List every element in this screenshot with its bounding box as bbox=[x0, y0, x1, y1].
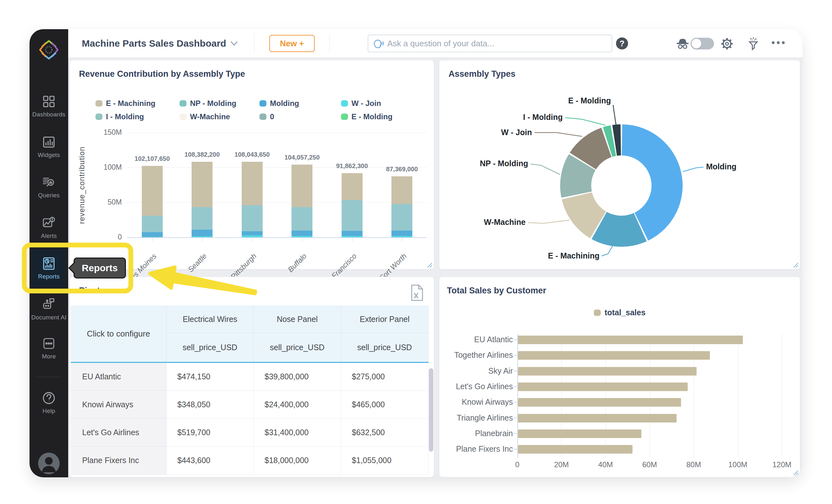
legend-swatch bbox=[341, 113, 348, 120]
legend-swatch bbox=[341, 100, 348, 107]
pivot-cell: $1,055,000 bbox=[341, 447, 428, 475]
bar-segment-imolding[interactable] bbox=[191, 207, 212, 229]
bar-value-label: 108,043,650 bbox=[227, 151, 278, 158]
bar-san-francisco[interactable] bbox=[342, 173, 363, 237]
resize-handle-icon[interactable] bbox=[793, 470, 798, 475]
bar-segment-wjoin[interactable] bbox=[242, 235, 263, 237]
sidebar-item-label: Widgets bbox=[38, 152, 60, 159]
toggle-switch[interactable] bbox=[691, 38, 714, 50]
filter-icon[interactable] bbox=[746, 37, 760, 51]
bar-segment-wjoin[interactable] bbox=[291, 236, 312, 237]
sidebar: DashboardsWidgetsQueriesAlertsReportsDoc… bbox=[29, 29, 68, 477]
bar-segment-molding[interactable] bbox=[342, 231, 363, 236]
sidebar-item-more[interactable]: More bbox=[29, 336, 68, 360]
bar-segment-molding[interactable] bbox=[191, 230, 212, 236]
bar-segment-imolding[interactable] bbox=[342, 200, 363, 231]
bar-segment-molding[interactable] bbox=[391, 231, 412, 236]
bar-segment-wjoin[interactable] bbox=[342, 236, 363, 237]
incognito-presentation-icon[interactable] bbox=[676, 37, 690, 51]
avatar[interactable] bbox=[38, 453, 60, 474]
x-tick bbox=[252, 238, 253, 241]
sidebar-item-queries[interactable]: Queries bbox=[29, 175, 68, 199]
bar-segment-imolding[interactable] bbox=[291, 207, 312, 231]
legend-item[interactable]: I - Molding bbox=[96, 112, 180, 121]
dashboard-title-menu[interactable]: Machine Parts Sales Dashboard bbox=[82, 29, 238, 58]
sidebar-item-help[interactable]: Help bbox=[29, 391, 68, 415]
pivot-cell: $39,800,000 bbox=[254, 363, 341, 391]
gridline bbox=[127, 202, 427, 203]
bar-fort-worth[interactable] bbox=[391, 176, 412, 237]
hbar-triangle-airlines[interactable] bbox=[518, 414, 677, 423]
category-label: Planebrain bbox=[439, 429, 513, 438]
legend-item[interactable]: Molding bbox=[259, 99, 341, 108]
sidebar-item-widgets[interactable]: Widgets bbox=[29, 135, 68, 159]
search-input[interactable] bbox=[387, 39, 612, 49]
y-axis-label: revenue_contribution bbox=[77, 144, 86, 227]
gear-icon[interactable] bbox=[720, 37, 734, 51]
bar-segment-imolding[interactable] bbox=[242, 205, 263, 232]
bar-segment-wjoin[interactable] bbox=[191, 236, 212, 237]
hbar-planebrain[interactable] bbox=[518, 429, 641, 438]
bar-buffalo[interactable] bbox=[291, 165, 312, 237]
hbar-plane-fixers-inc[interactable] bbox=[518, 445, 632, 454]
bar-segment-emachining[interactable] bbox=[191, 162, 212, 207]
widget-assembly-types: Assembly Types MoldingE - MachiningW-Mac… bbox=[439, 60, 800, 270]
sidebar-item-dashboards[interactable]: Dashboards bbox=[29, 94, 68, 118]
bar-des-moines[interactable] bbox=[142, 166, 163, 237]
help-badge[interactable]: ? bbox=[616, 37, 628, 50]
bar-segment-wjoin[interactable] bbox=[391, 236, 412, 237]
sidebar-item-alerts[interactable]: Alerts bbox=[29, 216, 68, 239]
bar-segment-emachining[interactable] bbox=[391, 176, 412, 204]
pivot-configure-cell[interactable]: Click to configure bbox=[71, 306, 166, 362]
x-tick-label: 120M bbox=[768, 460, 796, 469]
export-excel-icon[interactable] bbox=[410, 285, 424, 301]
scrollbar-thumb[interactable] bbox=[429, 368, 433, 452]
bar-segment-molding[interactable] bbox=[142, 232, 163, 237]
sidebar-item-reports[interactable]: Reports bbox=[32, 249, 66, 287]
legend-label: I - Molding bbox=[106, 112, 144, 121]
legend-item[interactable]: W-Machine bbox=[180, 112, 259, 121]
more-options-icon[interactable] bbox=[772, 41, 785, 44]
category-label: Together Airlines bbox=[439, 350, 513, 360]
legend-label: Molding bbox=[270, 99, 299, 108]
resize-handle-icon[interactable] bbox=[793, 262, 798, 268]
x-axis-line bbox=[127, 237, 427, 238]
legend-label: NP - Molding bbox=[190, 99, 236, 108]
legend-label: W-Machine bbox=[190, 112, 230, 121]
legend-item[interactable]: W - Join bbox=[341, 99, 417, 108]
legend-item[interactable]: E - Molding bbox=[341, 112, 417, 121]
sidebar-item-document-ai[interactable]: Document AI bbox=[29, 297, 68, 321]
widget-revenue-contribution: Revenue Contribution by Assembly Type E … bbox=[70, 60, 434, 270]
bar-segment-emachining[interactable] bbox=[142, 166, 163, 216]
legend-item[interactable]: NP - Molding bbox=[180, 99, 259, 108]
donut-leader-line bbox=[565, 118, 605, 125]
donut-leader-line bbox=[613, 105, 616, 125]
hbar-together-airlines[interactable] bbox=[518, 351, 710, 360]
hbar-knowi-airways[interactable] bbox=[518, 398, 681, 407]
resize-handle-icon[interactable] bbox=[426, 262, 432, 268]
hbar-let-s-go-airlines[interactable] bbox=[518, 382, 688, 391]
bar-segment-emachining[interactable] bbox=[291, 165, 312, 207]
x-tick bbox=[352, 238, 353, 241]
bar-segment-imolding[interactable] bbox=[142, 216, 163, 232]
new-button[interactable]: New + bbox=[269, 35, 315, 52]
bar-segment-emachining[interactable] bbox=[242, 162, 263, 205]
bar-seattle[interactable] bbox=[191, 162, 212, 237]
bar-segment-emachining[interactable] bbox=[342, 173, 363, 201]
category-label: Triangle Airlines bbox=[439, 413, 513, 423]
topbar-divider bbox=[254, 34, 254, 53]
hbar-eu-atlantic[interactable] bbox=[518, 336, 743, 344]
bar-segment-wjoin[interactable] bbox=[142, 237, 163, 237]
knowi-logo-icon[interactable] bbox=[35, 36, 62, 63]
legend-label: total_sales bbox=[604, 308, 646, 317]
bar-segment-imolding[interactable] bbox=[391, 204, 412, 231]
bar-pittsburgh[interactable] bbox=[242, 162, 263, 237]
pivot-row-name: EU Atlantic bbox=[71, 363, 166, 391]
hbar-sky-air[interactable] bbox=[518, 367, 697, 375]
legend-item[interactable]: 0 bbox=[259, 112, 341, 121]
bar-segment-molding[interactable] bbox=[291, 231, 312, 236]
bar-segment-molding[interactable] bbox=[242, 231, 263, 235]
hbar-legend[interactable]: total_sales bbox=[439, 308, 800, 317]
legend-item[interactable]: E - Machining bbox=[96, 99, 180, 108]
topbar: Machine Parts Sales Dashboard New + bbox=[68, 29, 803, 58]
